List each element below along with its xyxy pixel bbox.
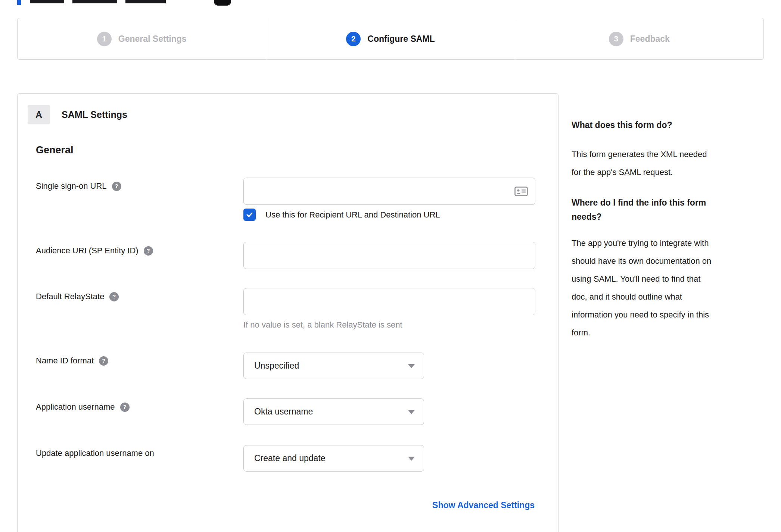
application-username-value: Okta username [254,407,313,417]
name-id-format-label-text: Name ID format [36,355,94,366]
sso-url-input[interactable] [243,178,535,205]
help-glyph: ? [102,355,105,366]
cut-off-title-fragment [125,0,166,3]
saml-settings-panel: A SAML Settings General Single sign-on U… [17,93,558,532]
general-section-heading: General [36,144,74,156]
help-glyph: ? [123,401,126,413]
application-username-label-text: Application username [36,401,115,413]
wizard-stepper: 1 General Settings 2 Configure SAML 3 Fe… [17,18,764,60]
application-username-label: Application username ? [36,401,130,413]
sso-url-label: Single sign-on URL ? [36,181,121,192]
help-icon[interactable]: ? [99,356,108,366]
audience-uri-input[interactable] [243,242,535,269]
audience-uri-label: Audience URI (SP Entity ID) ? [36,245,153,256]
cut-off-accent-mark [17,0,21,5]
chevron-down-icon [408,457,415,461]
help-glyph: ? [147,245,150,256]
name-id-format-label: Name ID format ? [36,355,108,366]
name-id-format-value: Unspecified [254,361,299,371]
step-general-settings: 1 General Settings [18,18,266,59]
cut-off-title-fragment [72,0,117,3]
update-username-label-text: Update application username on [36,448,154,459]
section-a-badge: A [28,105,50,124]
step-label: Configure SAML [367,34,435,44]
help-icon[interactable]: ? [109,292,119,301]
help-heading-1: What does this form do? [572,119,755,131]
step-number-badge: 1 [97,32,112,46]
checkmark-icon [246,211,253,219]
relay-state-hint: If no value is set, a blank RelayState i… [243,320,402,330]
help-icon[interactable]: ? [120,403,130,412]
sso-url-label-text: Single sign-on URL [36,181,107,192]
help-icon[interactable]: ? [112,182,121,191]
step-number-badge: 3 [609,32,623,46]
contact-card-icon [514,187,528,196]
step-feedback: 3 Feedback [515,18,763,59]
application-username-select[interactable]: Okta username [243,398,424,425]
help-icon[interactable]: ? [144,246,153,256]
help-body-2: The app you're trying to integrate with … [572,234,755,342]
sso-url-input-wrap [243,178,535,205]
step-label: Feedback [630,34,670,44]
chevron-down-icon [408,364,415,368]
help-glyph: ? [115,181,118,192]
cut-off-page-header [0,0,781,6]
step-configure-saml: 2 Configure SAML [266,18,514,59]
cut-off-title-fragment [30,0,64,3]
panel-title: SAML Settings [62,105,127,124]
audience-uri-label-text: Audience URI (SP Entity ID) [36,245,139,256]
relay-state-input[interactable] [243,288,535,315]
help-body-1: This form generates the XML needed for t… [572,145,755,181]
step-number-badge: 2 [346,32,361,46]
relay-state-label: Default RelayState ? [36,291,119,302]
recipient-url-checkbox-label[interactable]: Use this for Recipient URL and Destinati… [265,210,440,220]
step-label: General Settings [118,34,187,44]
update-username-select[interactable]: Create and update [243,445,424,472]
help-panel: What does this form do? This form genera… [572,119,755,342]
update-username-label: Update application username on [36,448,154,459]
name-id-format-select[interactable]: Unspecified [243,353,424,379]
cut-off-icon [214,0,231,6]
update-username-value: Create and update [254,453,326,463]
help-heading-2: Where do I find the info this form needs… [572,195,755,224]
show-advanced-settings-link[interactable]: Show Advanced Settings [432,500,535,510]
help-glyph: ? [112,291,116,302]
recipient-url-checkbox-row: Use this for Recipient URL and Destinati… [243,209,440,221]
relay-state-label-text: Default RelayState [36,291,104,302]
chevron-down-icon [408,410,415,414]
recipient-url-checkbox[interactable] [243,209,256,221]
